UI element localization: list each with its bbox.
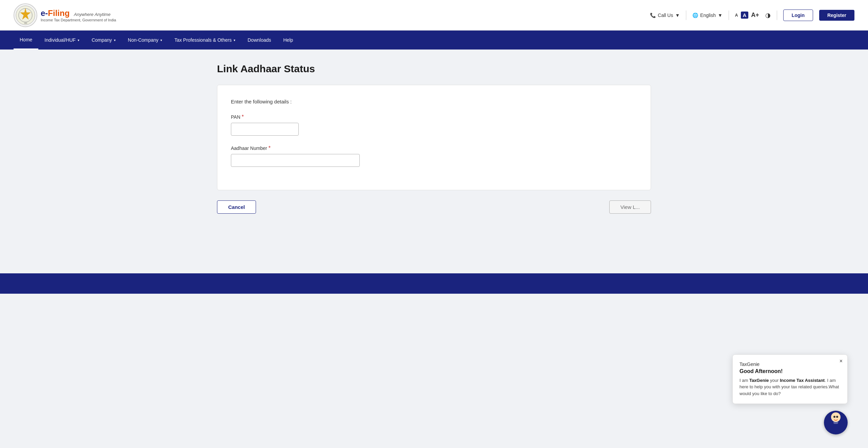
header-right: 📞 Call Us ▼ 🌐 English ▼ A A A+ ◑ Login R… <box>650 9 854 21</box>
nav-item-home[interactable]: Home <box>14 31 38 50</box>
pan-label: PAN * <box>231 114 637 120</box>
nav-tax-chevron: ▾ <box>234 38 235 42</box>
nav-individual-chevron: ▾ <box>78 38 79 42</box>
phone-icon: 📞 <box>650 13 656 18</box>
language-label: English <box>700 13 716 18</box>
svg-point-7 <box>836 416 838 418</box>
contrast-button[interactable]: ◑ <box>765 12 771 19</box>
font-large-button[interactable]: A+ <box>751 12 759 19</box>
call-us-chevron: ▼ <box>675 13 680 18</box>
nav-item-help[interactable]: Help <box>277 31 299 50</box>
logo-efiling: e-Filing Anywhere Anytime <box>41 8 116 18</box>
chat-close-button[interactable]: × <box>840 358 843 364</box>
nav-company-chevron: ▾ <box>114 38 116 42</box>
call-us-label: Call Us <box>658 13 673 18</box>
chat-avatar[interactable] <box>824 411 848 434</box>
page-title: Link Aadhaar Status <box>217 63 651 75</box>
font-controls: A A A+ <box>735 12 759 19</box>
call-us-button[interactable]: 📞 Call Us ▼ <box>650 13 680 18</box>
language-chevron: ▼ <box>718 13 723 18</box>
font-small-button[interactable]: A <box>735 13 738 18</box>
nav-home-label: Home <box>20 37 32 42</box>
chat-avatar-icon <box>827 411 844 434</box>
aadhaar-label: Aadhaar Number * <box>231 145 637 151</box>
nav-tax-label: Tax Professionals & Others <box>174 37 232 43</box>
nav-company-label: Company <box>92 37 112 43</box>
aadhaar-input[interactable] <box>231 154 360 167</box>
view-link-button[interactable]: View L... <box>609 200 651 214</box>
chat-bold-2: Income Tax Assistant <box>780 378 825 383</box>
font-medium-button[interactable]: A <box>741 12 749 19</box>
form-card: Enter the following details : PAN * Aadh… <box>217 85 651 190</box>
footer <box>0 273 868 294</box>
nav-item-individual-huf[interactable]: Individual/HUF ▾ <box>38 31 85 50</box>
pan-required-star: * <box>242 114 244 120</box>
form-instruction: Enter the following details : <box>231 99 637 104</box>
cancel-button[interactable]: Cancel <box>217 200 256 214</box>
register-button[interactable]: Register <box>819 10 854 21</box>
globe-icon: 🌐 <box>692 13 698 18</box>
chat-bold-1: TaxGenie <box>749 378 769 383</box>
chat-bot-name: TaxGenie <box>739 362 841 367</box>
pan-input[interactable] <box>231 123 299 136</box>
main-content: Link Aadhaar Status Enter the following … <box>0 50 868 253</box>
separator-3 <box>777 11 777 20</box>
nav-item-tax-professionals[interactable]: Tax Professionals & Others ▾ <box>168 31 241 50</box>
action-buttons: Cancel View L... <box>217 200 651 214</box>
nav-item-non-company[interactable]: Non-Company ▾ <box>122 31 168 50</box>
aadhaar-group: Aadhaar Number * <box>231 145 637 167</box>
nav-item-downloads[interactable]: Downloads <box>241 31 277 50</box>
navbar: Home Individual/HUF ▾ Company ▾ Non-Comp… <box>0 31 868 50</box>
logo-tagline: Income Tax Department, Government of Ind… <box>41 18 116 22</box>
aadhaar-required-star: * <box>269 145 271 151</box>
pan-group: PAN * <box>231 114 637 136</box>
emblem-icon: भारत <box>14 3 37 27</box>
nav-downloads-label: Downloads <box>248 37 271 43</box>
chat-greeting: Good Afternoon! <box>739 368 841 374</box>
svg-rect-8 <box>833 421 838 424</box>
nav-individual-label: Individual/HUF <box>44 37 76 43</box>
separator-2 <box>729 11 729 20</box>
nav-non-company-label: Non-Company <box>128 37 158 43</box>
language-button[interactable]: 🌐 English ▼ <box>692 13 723 18</box>
chat-message: I am TaxGenie your Income Tax Assistant.… <box>739 377 841 397</box>
svg-text:भारत: भारत <box>24 22 27 24</box>
separator-1 <box>686 11 686 20</box>
nav-non-company-chevron: ▾ <box>160 38 162 42</box>
nav-help-label: Help <box>283 37 293 43</box>
chat-popup: × TaxGenie Good Afternoon! I am TaxGenie… <box>732 354 848 404</box>
nav-item-company[interactable]: Company ▾ <box>85 31 122 50</box>
logo-text: e-Filing Anywhere Anytime Income Tax Dep… <box>41 8 116 22</box>
login-button[interactable]: Login <box>783 9 813 21</box>
page-content: Link Aadhaar Status Enter the following … <box>197 50 671 227</box>
header: भारत e-Filing Anywhere Anytime Income Ta… <box>0 0 868 31</box>
logo-anywhere: Anywhere Anytime <box>74 12 111 17</box>
logo-area: भारत e-Filing Anywhere Anytime Income Ta… <box>14 3 116 27</box>
svg-point-6 <box>833 416 835 418</box>
